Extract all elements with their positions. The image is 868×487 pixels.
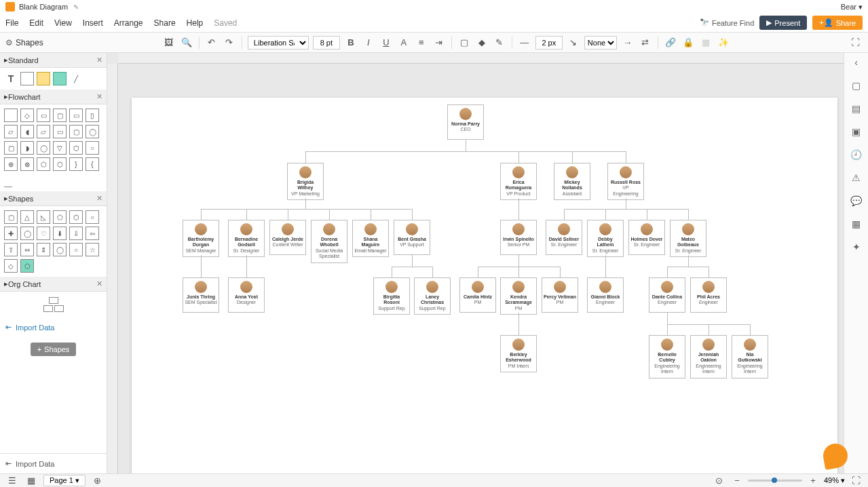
list-view-icon[interactable]: ☰ bbox=[5, 474, 19, 488]
org-node[interactable]: Dorena WhobellSocial Media Specialist bbox=[311, 220, 347, 263]
note-shape[interactable] bbox=[37, 72, 50, 85]
flowchart-shape[interactable]: ▭ bbox=[37, 109, 50, 122]
flowchart-shape[interactable]: ▢ bbox=[69, 125, 83, 138]
pencil-icon[interactable]: ✎ bbox=[73, 3, 79, 11]
actions-icon[interactable]: ✦ bbox=[850, 240, 863, 254]
org-node[interactable]: Dante CollinsEngineer bbox=[649, 277, 685, 313]
org-node[interactable]: Irwin SpinelloSenior PM bbox=[500, 220, 537, 255]
section-orgchart[interactable]: ▸ Org Chart✕ bbox=[0, 277, 107, 292]
basic-shape[interactable]: ☆ bbox=[86, 243, 99, 256]
org-node[interactable]: Bernelle CubleyEngineering Intern bbox=[649, 335, 685, 378]
present-button[interactable]: ▶Present bbox=[759, 16, 807, 30]
basic-shape[interactable]: ♡ bbox=[37, 227, 50, 240]
basic-shape[interactable]: ○ bbox=[69, 243, 83, 256]
fill-button[interactable]: ▢ bbox=[457, 36, 471, 50]
basic-shape[interactable]: ⇔ bbox=[20, 243, 34, 256]
page[interactable]: Norma ParryCEOBrigida WitheyVP Marketing… bbox=[132, 98, 837, 473]
zoom-out-button[interactable]: − bbox=[730, 474, 744, 488]
basic-shape[interactable]: ◯ bbox=[53, 243, 67, 256]
org-node[interactable]: Bartholemy DurganSEM Manager bbox=[183, 220, 219, 257]
fullscreen-icon[interactable]: ⛶ bbox=[849, 474, 863, 488]
undo-button[interactable]: ↶ bbox=[205, 36, 219, 50]
import-data-link[interactable]: ⇤Import Data bbox=[0, 317, 107, 337]
basic-shape[interactable]: ⇧ bbox=[4, 243, 18, 256]
menu-file[interactable]: File bbox=[5, 18, 18, 28]
basic-shape[interactable]: ○ bbox=[86, 210, 99, 224]
org-node[interactable]: Percy VeltmanPM bbox=[542, 277, 578, 313]
flowchart-shape[interactable]: ○ bbox=[86, 141, 99, 155]
border-color-button[interactable]: ✎ bbox=[493, 36, 506, 50]
flowchart-shape[interactable]: ▭ bbox=[69, 109, 83, 122]
org-node[interactable]: Gianni BlockEngineer bbox=[587, 277, 624, 313]
basic-shape[interactable]: ◺ bbox=[37, 210, 50, 224]
basic-shape[interactable]: ◇ bbox=[4, 259, 18, 273]
org-node[interactable]: Russell RossVP Engineering bbox=[607, 163, 644, 200]
org-node[interactable]: Norma ParryCEO bbox=[447, 104, 484, 140]
italic-button[interactable]: I bbox=[362, 36, 375, 50]
basic-shape[interactable]: ▢ bbox=[4, 210, 18, 224]
font-select[interactable]: Liberation Sans bbox=[248, 36, 309, 50]
basic-shape[interactable]: ⬠ bbox=[20, 259, 34, 273]
org-node[interactable]: Brigida WitheyVP Marketing bbox=[287, 163, 324, 200]
org-node[interactable]: Phil AcresEngineer bbox=[690, 277, 727, 313]
basic-shape[interactable]: ⇕ bbox=[37, 243, 50, 256]
layer-button[interactable]: ▦ bbox=[699, 36, 713, 50]
flowchart-shape[interactable]: ◇ bbox=[20, 109, 34, 122]
arrow-end-button[interactable]: → bbox=[621, 36, 635, 50]
flowchart-shape[interactable]: ▱ bbox=[37, 125, 50, 138]
section-flowchart[interactable]: ▸ Flowchart✕ bbox=[0, 90, 107, 104]
zoom-in-button[interactable]: + bbox=[806, 474, 820, 488]
org-node[interactable]: Caleigh JerdeContent Writer bbox=[269, 220, 306, 255]
basic-shape[interactable]: ⬡ bbox=[69, 210, 83, 224]
flowchart-shape[interactable] bbox=[4, 174, 12, 187]
basic-shape[interactable]: △ bbox=[20, 210, 34, 224]
add-page-button[interactable]: ⊕ bbox=[91, 474, 105, 488]
user-menu[interactable]: Bear ▾ bbox=[841, 3, 863, 12]
basic-shape[interactable]: ⬇ bbox=[53, 227, 67, 240]
org-node[interactable]: Debby LathemSr. Engineer bbox=[587, 220, 624, 257]
flowchart-shape[interactable]: ▢ bbox=[4, 141, 18, 155]
menu-help[interactable]: Help bbox=[187, 18, 204, 28]
magic-button[interactable]: ✨ bbox=[717, 36, 730, 50]
org-node[interactable]: Junis ThringSEM Specialist bbox=[183, 277, 219, 313]
org-node[interactable]: Kendra ScrammagePM bbox=[500, 277, 537, 315]
image-icon[interactable]: 🖼 bbox=[162, 36, 176, 50]
flowchart-shape[interactable]: ◯ bbox=[37, 141, 50, 155]
search-icon[interactable]: 🔍 bbox=[180, 36, 193, 50]
flowchart-shape[interactable]: ◖ bbox=[20, 125, 34, 138]
line-shape[interactable]: ╱ bbox=[69, 72, 83, 85]
line-curve-button[interactable]: ↘ bbox=[567, 36, 580, 50]
comment-icon[interactable]: 💬 bbox=[850, 194, 863, 208]
flowchart-shape[interactable] bbox=[4, 109, 18, 122]
page-tab[interactable]: Page 1 ▾ bbox=[43, 475, 86, 486]
zoom-slider[interactable] bbox=[748, 480, 802, 482]
close-icon[interactable]: ✕ bbox=[96, 56, 102, 64]
flowchart-shape[interactable]: { bbox=[86, 157, 99, 171]
link-button[interactable]: 🔗 bbox=[664, 36, 677, 50]
org-node[interactable]: Mateo GoibeauxSr. Engineer bbox=[670, 220, 706, 257]
flowchart-shape[interactable]: ◯ bbox=[86, 125, 99, 138]
menu-arrange[interactable]: Arrange bbox=[114, 18, 143, 28]
basic-shape[interactable]: ✚ bbox=[4, 227, 18, 240]
org-node[interactable]: Bernadine GodsellSr. Designer bbox=[228, 220, 265, 257]
text-wrap-button[interactable]: ⇥ bbox=[432, 36, 446, 50]
lock-button[interactable]: 🔒 bbox=[681, 36, 695, 50]
document-icon[interactable]: ▢ bbox=[850, 79, 863, 92]
flowchart-shape[interactable]: ⬠ bbox=[37, 157, 50, 171]
arrow-start-select[interactable]: None bbox=[584, 36, 617, 50]
bold-button[interactable]: B bbox=[344, 36, 358, 50]
org-node[interactable]: Laney ChristmasSupport Rep bbox=[414, 277, 451, 315]
underline-button[interactable]: U bbox=[379, 36, 393, 50]
history-icon[interactable]: 🕘 bbox=[850, 148, 863, 161]
data-icon[interactable]: ▦ bbox=[850, 217, 863, 231]
org-node[interactable]: Berkley EsherwoodPM Intern bbox=[500, 335, 537, 372]
add-shapes-button[interactable]: +Shapes bbox=[31, 343, 77, 356]
org-node[interactable]: Jeremiah OaklonEngineering Intern bbox=[690, 335, 727, 378]
stroke-width-input[interactable] bbox=[535, 36, 563, 50]
close-icon[interactable]: ✕ bbox=[96, 92, 102, 101]
menu-view[interactable]: View bbox=[54, 18, 72, 28]
org-node[interactable]: Bent GrashaVP Support bbox=[394, 220, 430, 255]
line-hop-button[interactable]: ⇄ bbox=[639, 36, 652, 50]
section-standard[interactable]: ▸ Standard✕ bbox=[0, 53, 107, 68]
align-button[interactable]: ≡ bbox=[415, 36, 428, 50]
